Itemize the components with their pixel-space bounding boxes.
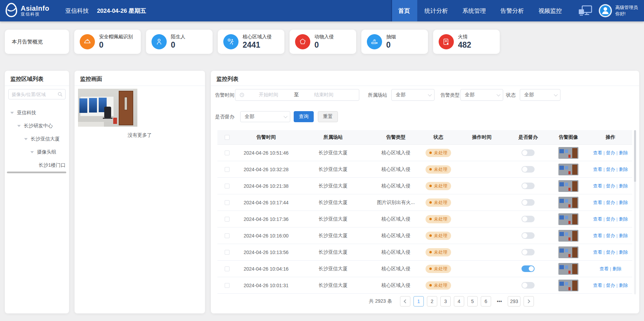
page-button-5[interactable]: 5 [467, 296, 478, 307]
row-checkbox[interactable] [225, 250, 230, 255]
action-delete[interactable]: 删除 [619, 216, 628, 222]
chevron-down-icon[interactable] [10, 112, 14, 114]
action-supervise[interactable]: 督办 [606, 150, 615, 156]
prev-page-button[interactable] [400, 296, 410, 307]
action-supervise[interactable]: 督办 [606, 166, 615, 173]
row-checkbox[interactable] [225, 233, 230, 238]
action-view[interactable]: 查看 [593, 282, 602, 289]
row-checkbox[interactable] [225, 150, 230, 155]
page-ellipsis[interactable]: ••• [494, 296, 505, 307]
end-time-placeholder[interactable]: 结束时间 [314, 92, 333, 98]
tree-node-camera-group[interactable]: 摄像头组 [5, 146, 69, 159]
tree-node-changsha-building[interactable]: 长沙亚信大厦 [5, 133, 69, 146]
user-info[interactable]: 高级管理员 你好! [615, 4, 638, 17]
chevron-down-icon[interactable] [30, 151, 34, 153]
chevron-down-icon[interactable] [17, 125, 21, 127]
tree-node-asiainfo[interactable]: 亚信科技 [5, 106, 69, 119]
start-time-placeholder[interactable]: 开始时间 [259, 92, 278, 98]
user-avatar[interactable] [599, 4, 612, 17]
row-checkbox[interactable] [225, 167, 230, 172]
nav-item-system[interactable]: 系统管理 [455, 0, 493, 21]
action-view[interactable]: 查看 [593, 200, 602, 206]
brand-text: AsiaInfo 亚信科技 [21, 5, 49, 17]
row-checkbox[interactable] [225, 283, 230, 288]
alarm-time-range-picker[interactable]: 开始时间 至 结束时间 [235, 89, 359, 101]
reset-button[interactable]: 重置 [318, 111, 338, 122]
supervise-toggle[interactable] [521, 282, 535, 289]
row-checkbox[interactable] [225, 200, 230, 205]
action-view[interactable]: 查看 [593, 183, 602, 189]
action-supervise[interactable]: 督办 [606, 282, 615, 289]
action-supervise[interactable]: 督办 [606, 216, 615, 222]
search-button[interactable]: 查询 [294, 111, 314, 122]
next-page-button[interactable] [524, 296, 534, 307]
row-checkbox[interactable] [225, 266, 230, 271]
table-vertical-scrollbar[interactable] [634, 130, 636, 294]
action-view[interactable]: 查看 [593, 249, 602, 255]
action-delete[interactable]: 删除 [613, 266, 622, 272]
site-select[interactable]: 全部 [391, 89, 435, 101]
action-delete[interactable]: 删除 [619, 233, 628, 239]
select-all-checkbox[interactable] [225, 135, 230, 140]
page-button-2[interactable]: 2 [427, 296, 437, 307]
action-supervise[interactable]: 督办 [606, 200, 615, 206]
action-delete[interactable]: 删除 [619, 249, 628, 255]
supervise-toggle[interactable] [521, 149, 535, 156]
page-button-3[interactable]: 3 [440, 296, 451, 307]
action-delete[interactable]: 删除 [619, 166, 628, 173]
action-supervise[interactable]: 督办 [606, 233, 615, 239]
row-checkbox[interactable] [225, 217, 230, 222]
status-badge: 未处理 [426, 232, 451, 240]
alarm-image-thumbnail[interactable] [558, 263, 578, 275]
page-button-last[interactable]: 293 [508, 296, 520, 307]
action-view[interactable]: 查看 [593, 233, 602, 239]
action-delete[interactable]: 删除 [619, 282, 628, 289]
alarm-image-thumbnail[interactable] [558, 213, 578, 225]
action-supervise[interactable]: 督办 [606, 249, 615, 255]
action-supervise[interactable]: 督办 [606, 183, 615, 189]
alarm-image-thumbnail[interactable] [558, 280, 578, 291]
action-delete[interactable]: 删除 [619, 150, 628, 156]
stat-label: 核心区域入侵 [243, 34, 272, 40]
supervise-toggle[interactable] [521, 183, 535, 189]
action-delete[interactable]: 删除 [619, 183, 628, 189]
page-button-1[interactable]: 1 [413, 296, 424, 307]
page-button-4[interactable]: 4 [454, 296, 464, 307]
stat-value: 0 [314, 40, 334, 50]
type-select[interactable]: 全部 [460, 89, 503, 101]
alarm-image-thumbnail[interactable] [558, 230, 578, 242]
tree-horizontal-scrollbar[interactable] [7, 172, 66, 173]
action-delete[interactable]: 删除 [619, 200, 628, 206]
supervise-toggle[interactable] [521, 199, 535, 206]
search-icon[interactable] [58, 92, 62, 97]
alarm-image-thumbnail[interactable] [558, 180, 578, 192]
action-view[interactable]: 查看 [593, 166, 602, 173]
dual-screen-icon[interactable] [578, 5, 593, 16]
supervise-toggle[interactable] [521, 249, 535, 255]
row-checkbox[interactable] [225, 184, 230, 188]
alarm-image-thumbnail[interactable] [558, 246, 578, 258]
nav-item-alarm-analysis[interactable]: 告警分析 [493, 0, 531, 21]
nav-item-statistics[interactable]: 统计分析 [417, 0, 455, 21]
camera-snapshot[interactable] [78, 89, 137, 127]
tree-node-changsha-rd-center[interactable]: 长沙研发中心 [5, 119, 69, 133]
action-view[interactable]: 查看 [593, 216, 602, 222]
tree-node-camera-gate1[interactable]: 长沙1楼门口 [5, 159, 69, 172]
alarm-image-thumbnail[interactable] [558, 164, 578, 175]
nav-item-home[interactable]: 首页 [391, 0, 417, 21]
action-view[interactable]: 查看 [593, 150, 602, 156]
supervise-toggle[interactable] [521, 166, 535, 173]
region-search-input[interactable] [12, 92, 57, 97]
supervise-select[interactable]: 全部 [240, 111, 290, 122]
page-button-6[interactable]: 6 [481, 296, 491, 307]
supervise-toggle[interactable] [521, 232, 535, 239]
chevron-down-icon[interactable] [24, 138, 28, 140]
supervise-toggle[interactable] [521, 265, 535, 272]
no-more-text: 没有更多了 [75, 132, 205, 138]
status-select[interactable]: 全部 [520, 89, 560, 101]
alarm-image-thumbnail[interactable] [558, 197, 578, 208]
alarm-image-thumbnail[interactable] [558, 147, 578, 159]
nav-item-video-monitor[interactable]: 视频监控 [531, 0, 569, 21]
supervise-toggle[interactable] [521, 216, 535, 222]
action-view[interactable]: 查看 [599, 266, 608, 272]
